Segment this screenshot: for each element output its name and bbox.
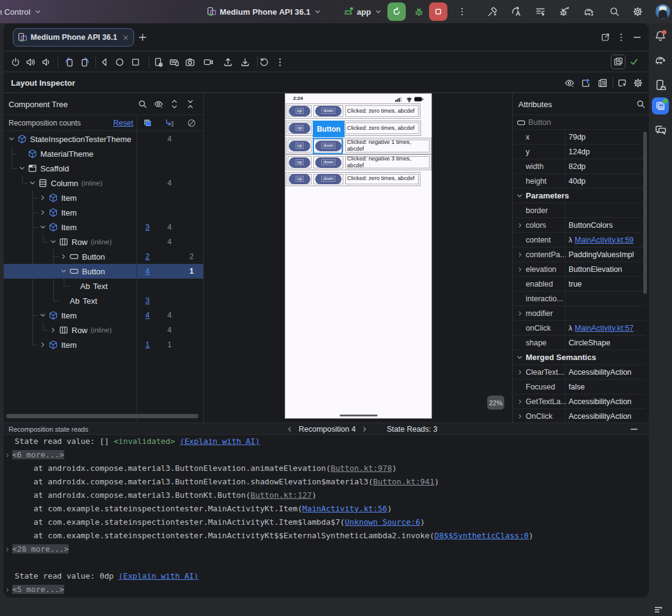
gradle-sync-icon[interactable]: [583, 6, 594, 17]
layout-inspector-button[interactable]: [652, 97, 669, 115]
trace-file-link[interactable]: Button.kt:978: [330, 464, 392, 473]
trace-link[interactable]: Unknown Source:6: [345, 517, 420, 527]
snapshot-restore-icon[interactable]: [259, 57, 269, 67]
attr-section-header[interactable]: Parameters: [513, 189, 645, 203]
volume-up-icon[interactable]: [26, 57, 36, 67]
folded-frames[interactable]: <5 more...>: [12, 585, 64, 594]
tree-node-materialtheme[interactable]: MaterialTheme: [4, 146, 203, 161]
chevron-down-icon[interactable]: [59, 266, 69, 276]
debug-button[interactable]: [409, 2, 428, 21]
chevron-down-icon[interactable]: [28, 178, 37, 188]
attr-section-header[interactable]: Merged Semantics: [513, 350, 645, 365]
recomposition-counts-icon[interactable]: [143, 118, 152, 128]
attach-debugger-icon[interactable]: [559, 6, 570, 17]
more-run-options-button[interactable]: [453, 2, 471, 21]
minimize-icon[interactable]: [632, 32, 642, 42]
folded-frames[interactable]: <28 more...>: [12, 544, 69, 554]
recomposition-count[interactable]: 1: [136, 337, 159, 352]
search-icon[interactable]: [636, 99, 646, 109]
run-configuration[interactable]: app: [343, 0, 383, 23]
tree-node-item[interactable]: Item34: [4, 220, 203, 235]
layout-inspection-toggle[interactable]: [611, 54, 625, 69]
collapse-all-icon[interactable]: [185, 99, 195, 109]
recomposition-count[interactable]: 2: [136, 249, 159, 264]
fold-device-icon[interactable]: [153, 57, 163, 67]
attr-value-link[interactable]: MainActivity.kt:59: [575, 236, 633, 244]
trace-file-link[interactable]: Button.kt:941: [373, 477, 435, 486]
trace-link[interactable]: (Explain with AI): [180, 437, 260, 446]
home-icon[interactable]: [114, 57, 125, 67]
stop-button[interactable]: [429, 2, 447, 21]
chevron-down-icon[interactable]: [17, 163, 27, 173]
expand-all-icon[interactable]: [170, 99, 179, 109]
upload-icon[interactable]: [223, 57, 233, 67]
tree-node-text[interactable]: AbText: [4, 279, 203, 293]
tree-node-item[interactable]: Item: [4, 190, 203, 205]
next-recomposition-icon[interactable]: [360, 425, 369, 434]
tree-node-stateinspectiontestertheme[interactable]: StateInspectionTesterTheme4: [4, 132, 203, 146]
previous-recomposition-icon[interactable]: [285, 425, 294, 434]
down-button[interactable]: down: [315, 174, 342, 184]
up-button[interactable]: up: [289, 174, 310, 184]
tree-node-row[interactable]: Row(inline)4: [4, 235, 203, 249]
build-run-icon[interactable]: [487, 6, 498, 17]
chevron-right-icon[interactable]: [517, 409, 524, 423]
device-tab[interactable]: Medium Phone API 36.1: [13, 28, 134, 47]
trace-link[interactable]: (Explain with AI): [119, 571, 199, 580]
tree-node-button[interactable]: Button22: [4, 249, 203, 264]
more-options-icon[interactable]: [275, 57, 285, 67]
apply-code-changes-icon[interactable]: [511, 6, 522, 17]
fold-expand-icon[interactable]: [4, 448, 11, 462]
settings-icon[interactable]: [632, 6, 643, 17]
new-tab-icon[interactable]: [138, 32, 147, 42]
up-button[interactable]: up: [289, 123, 310, 133]
open-in-window-icon[interactable]: [600, 32, 610, 42]
recomposition-count[interactable]: 4: [136, 264, 159, 279]
back-icon[interactable]: [99, 57, 110, 67]
export-snapshot-icon[interactable]: [581, 78, 591, 88]
chevron-right-icon[interactable]: [517, 306, 524, 321]
recomposition-count[interactable]: 3: [136, 293, 159, 308]
download-icon[interactable]: [240, 57, 250, 67]
chevron-down-icon[interactable]: [38, 222, 48, 232]
chevron-down-icon[interactable]: [38, 310, 48, 320]
chevron-down-icon[interactable]: [7, 134, 17, 144]
fold-expand-icon[interactable]: [4, 543, 11, 556]
power-icon[interactable]: [10, 57, 21, 67]
chevron-right-icon[interactable]: [48, 325, 58, 335]
tree-node-item[interactable]: Item: [4, 205, 203, 220]
trace-link[interactable]: MainActivity.kt:56: [302, 504, 387, 513]
gradle-button[interactable]: [649, 48, 672, 72]
chevron-down-icon[interactable]: [48, 237, 58, 247]
settings-icon[interactable]: [633, 78, 643, 88]
tree-node-row[interactable]: Row(inline)4: [4, 323, 203, 337]
minimize-icon[interactable]: [629, 424, 639, 434]
vertical-scrollbar[interactable]: [643, 132, 647, 294]
trace-link[interactable]: D8$$SyntheticClass:0: [435, 531, 529, 540]
tree-node-scaffold[interactable]: Scaffold: [4, 161, 203, 176]
attr-value-link[interactable]: MainActivity.kt:57: [575, 324, 633, 332]
rotate-right-icon[interactable]: [80, 57, 90, 67]
profile-avatar[interactable]: [655, 4, 670, 19]
chevron-right-icon[interactable]: [38, 193, 48, 203]
chevron-right-icon[interactable]: [517, 247, 524, 262]
close-icon[interactable]: [122, 34, 130, 42]
tree-node-item[interactable]: Item44: [4, 308, 203, 323]
notifications-button[interactable]: [649, 24, 672, 48]
skip-counts-icon[interactable]: [165, 118, 174, 128]
up-button[interactable]: up: [289, 141, 310, 151]
rotate-left-icon[interactable]: [64, 57, 75, 67]
running-devices-button[interactable]: [649, 73, 672, 97]
up-button[interactable]: up: [289, 157, 310, 168]
folded-frames[interactable]: <6 more...>: [12, 450, 64, 459]
recomposition-count[interactable]: 4: [136, 308, 159, 323]
overview-icon[interactable]: [130, 57, 141, 67]
horizontal-scrollbar[interactable]: [6, 414, 198, 418]
chevron-right-icon[interactable]: [517, 394, 524, 409]
rerun-button[interactable]: [387, 2, 406, 21]
chevron-right-icon[interactable]: [59, 252, 69, 261]
screenshot-icon[interactable]: [185, 57, 195, 67]
tree-node-button[interactable]: Button41: [4, 264, 203, 279]
event-log-icon[interactable]: [654, 605, 663, 615]
profiler-icon[interactable]: [535, 6, 546, 17]
